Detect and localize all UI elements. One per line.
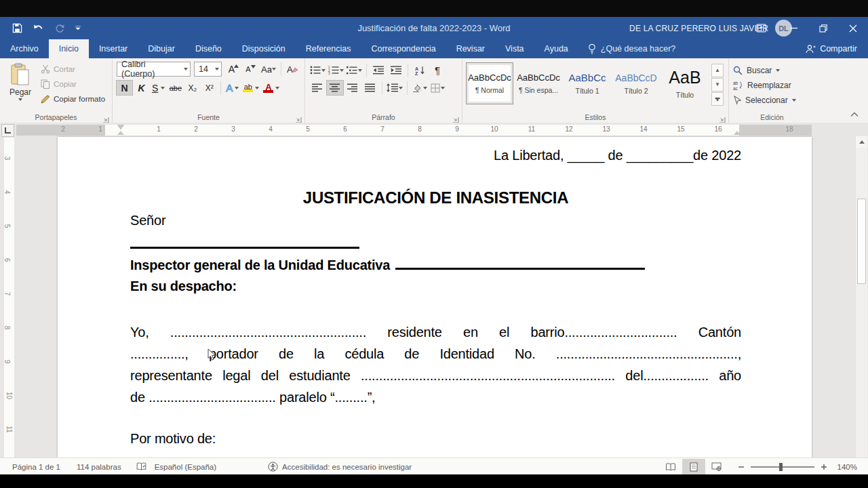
scroll-up-arrow-icon[interactable]	[856, 136, 867, 148]
tab-selector[interactable]	[1, 124, 14, 137]
close-button[interactable]	[838, 17, 868, 39]
por-motivo-line[interactable]: Por motivo de:	[130, 431, 216, 447]
zoom-level[interactable]: 140%	[837, 463, 857, 471]
styles-dialog-launcher[interactable]	[719, 114, 726, 121]
tab-correspondencia[interactable]: Correspondencia	[361, 39, 446, 58]
cut-button[interactable]: Cortar	[41, 63, 105, 75]
align-center-button[interactable]	[327, 81, 343, 95]
bold-button[interactable]: N	[117, 81, 132, 95]
line-spacing-button[interactable]	[386, 81, 403, 95]
zoom-slider[interactable]	[751, 466, 814, 468]
styles-gallery-expand[interactable]: ▬▼	[711, 92, 724, 106]
font-color-button[interactable]: A	[262, 81, 281, 95]
styles-scroll-down[interactable]: ▼	[711, 78, 724, 92]
tab-revisar[interactable]: Revisar	[446, 39, 495, 58]
show-marks-button[interactable]: ¶	[429, 63, 446, 77]
scrollbar-thumb[interactable]	[857, 199, 866, 284]
align-left-button[interactable]	[309, 81, 326, 95]
grow-font-button[interactable]: A	[226, 62, 241, 77]
language-indicator[interactable]: Español (España)	[155, 463, 216, 471]
tab-diseno[interactable]: Diseño	[185, 39, 232, 58]
font-size-combobox[interactable]: 14	[194, 62, 222, 77]
paste-dropdown-icon[interactable]	[18, 98, 22, 101]
subscript-button[interactable]: X₂	[184, 81, 200, 95]
undo-icon[interactable]	[33, 23, 44, 33]
minimize-button[interactable]	[778, 17, 808, 39]
multilevel-list-button[interactable]	[346, 63, 363, 77]
decrease-indent-button[interactable]	[370, 63, 387, 77]
vertical-ruler[interactable]: 34567891011	[4, 138, 14, 458]
tab-disposicion[interactable]: Disposición	[232, 39, 296, 58]
restore-button[interactable]	[808, 17, 838, 39]
collapse-ribbon-icon[interactable]	[850, 108, 859, 120]
proofing-icon[interactable]	[136, 462, 146, 471]
doc-title[interactable]: JUSTIFICACIÓN DE INASISTENCIA	[130, 188, 741, 207]
highlight-color-button[interactable]: ab	[241, 81, 260, 95]
document-page[interactable]: La Libertad, _____ de _________de 2022 J…	[58, 137, 812, 458]
font-dialog-launcher[interactable]	[295, 114, 302, 121]
customize-qat-icon[interactable]	[75, 26, 81, 31]
style-sin-espaciado[interactable]: AaBbCcDc ¶ Sin espa...	[515, 63, 561, 104]
hanging-indent-marker[interactable]	[117, 131, 124, 135]
redo-icon[interactable]	[54, 23, 65, 33]
salutation[interactable]: Señor	[130, 213, 165, 228]
style-titulo-2[interactable]: AaBbCcD Título 2	[613, 63, 659, 104]
clear-formatting-button[interactable]: A	[285, 62, 300, 77]
text-effects-button[interactable]: A	[224, 81, 240, 95]
share-button[interactable]: Compartir	[794, 39, 868, 58]
underline-button[interactable]: S	[151, 81, 166, 95]
tab-archivo[interactable]: Archivo	[0, 39, 49, 58]
style-titulo[interactable]: AaB Título	[662, 63, 708, 104]
print-layout-icon[interactable]	[682, 459, 705, 475]
justify-button[interactable]	[362, 81, 378, 95]
page-indicator[interactable]: Página 1 de 1	[12, 463, 60, 471]
borders-button[interactable]	[429, 81, 446, 95]
tab-vista[interactable]: Vista	[495, 39, 534, 58]
body-paragraph[interactable]: Yo, ....................................…	[130, 321, 741, 408]
paste-button[interactable]: Pegar	[4, 62, 37, 112]
word-count[interactable]: 114 palabras	[77, 463, 121, 471]
zoom-slider-thumb[interactable]	[779, 463, 783, 471]
paragraph-dialog-launcher[interactable]	[452, 114, 459, 121]
shading-button[interactable]	[411, 81, 428, 95]
despacho-line[interactable]: En su despacho:	[130, 279, 237, 294]
read-mode-icon[interactable]	[659, 459, 682, 475]
styles-scroll-up[interactable]: ▲	[711, 64, 724, 77]
right-indent-marker[interactable]	[734, 131, 741, 135]
inspector-line[interactable]: Inspector general de la Unidad Educativa	[130, 257, 645, 273]
shrink-font-button[interactable]: A	[243, 62, 258, 77]
save-icon[interactable]	[12, 23, 22, 33]
ribbon-display-options-icon[interactable]	[756, 17, 766, 39]
change-case-button[interactable]: Aa	[260, 62, 277, 77]
tab-insertar[interactable]: Insertar	[89, 39, 138, 58]
accessibility-status[interactable]: Accesibilidad: es necesario investigar	[268, 462, 412, 472]
select-button[interactable]: Seleccionar	[733, 93, 812, 108]
bullets-button[interactable]	[309, 63, 326, 77]
align-right-button[interactable]	[344, 81, 361, 95]
first-line-indent-marker[interactable]	[117, 125, 124, 129]
tab-referencias[interactable]: Referencias	[296, 39, 361, 58]
strikethrough-button[interactable]: abe	[167, 81, 183, 95]
web-layout-icon[interactable]	[705, 459, 728, 475]
style-normal[interactable]: AaBbCcDc ¶ Normal	[467, 63, 513, 104]
zoom-out-icon[interactable]	[738, 464, 745, 470]
tab-dibujar[interactable]: Dibujar	[138, 39, 185, 58]
account-area[interactable]: DE LA CRUZ PERERO LUIS JAVIER DL	[629, 17, 792, 39]
sort-button[interactable]: AZ	[412, 63, 428, 77]
tell-me-box[interactable]: ¿Qué desea hacer?	[578, 39, 686, 58]
find-button[interactable]: Buscar	[733, 63, 812, 78]
tab-ayuda[interactable]: Ayuda	[534, 39, 578, 58]
font-name-combobox[interactable]: Calibri (Cuerpo)	[117, 62, 191, 77]
copy-button[interactable]: Copiar	[41, 78, 105, 90]
increase-indent-button[interactable]	[388, 63, 404, 77]
style-titulo-1[interactable]: AaBbCc Título 1	[564, 63, 610, 104]
italic-button[interactable]: K	[134, 81, 149, 95]
date-line[interactable]: La Libertad, _____ de _________de 2022	[125, 148, 741, 163]
horizontal-ruler[interactable]: 211234567891011121314151618	[16, 125, 812, 136]
replace-button[interactable]: abac Reemplazar	[733, 78, 812, 93]
format-painter-button[interactable]: Copiar formato	[41, 93, 105, 105]
vertical-scrollbar[interactable]	[855, 136, 867, 458]
superscript-button[interactable]: X²	[201, 81, 217, 95]
clipboard-dialog-launcher[interactable]	[102, 114, 109, 121]
zoom-in-icon[interactable]	[821, 464, 827, 470]
